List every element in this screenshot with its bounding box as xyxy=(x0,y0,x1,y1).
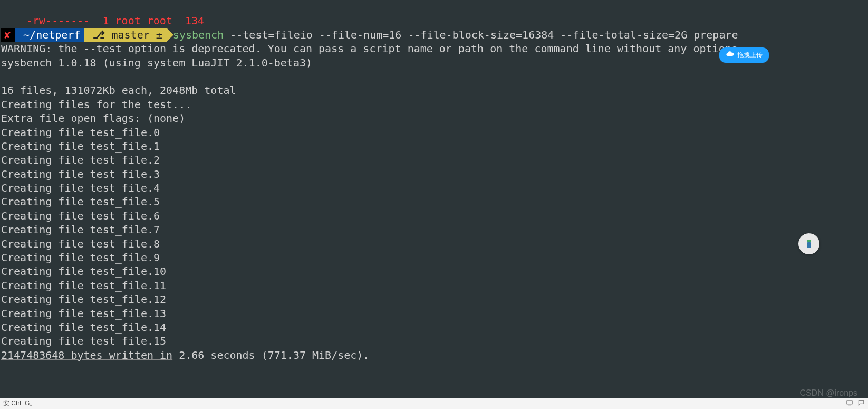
status-bar: 安 Ctrl+G。 xyxy=(0,398,868,409)
notification-icon[interactable] xyxy=(857,399,865,409)
file-line: Creating file test_file.9 xyxy=(1,251,160,264)
file-line: Creating file test_file.15 xyxy=(1,335,166,347)
file-line: Creating file test_file.5 xyxy=(1,195,160,208)
file-line: Creating file test_file.0 xyxy=(1,126,160,139)
file-line: Creating file test_file.3 xyxy=(1,168,160,180)
svg-rect-1 xyxy=(807,242,811,248)
summary-line: 16 files, 131072Kb each, 2048Mb total xyxy=(1,84,236,97)
svg-rect-2 xyxy=(847,400,853,404)
result-bytes: 2147483648 bytes written in xyxy=(1,349,172,362)
upload-label: 拖拽上传 xyxy=(737,51,763,60)
file-line: Creating file test_file.11 xyxy=(1,279,166,292)
command-binary: sysbench xyxy=(173,28,224,41)
file-line: Creating file test_file.6 xyxy=(1,210,160,222)
close-icon: ✘ xyxy=(1,28,15,42)
command-args: --test=fileio --file-num=16 --file-block… xyxy=(224,28,738,41)
version-line: sysbench 1.0.18 (using system LuaJIT 2.1… xyxy=(1,56,312,69)
file-line: Creating file test_file.1 xyxy=(1,140,160,153)
branch-icon: ⎇ xyxy=(93,28,105,41)
result-rest: 2.66 seconds (771.37 MiB/sec). xyxy=(172,349,369,362)
file-line: Creating file test_file.8 xyxy=(1,237,160,250)
file-line: Creating file test_file.12 xyxy=(1,293,166,306)
file-line: Creating file test_file.4 xyxy=(1,182,160,194)
svg-rect-0 xyxy=(807,240,811,243)
cwd-chip: ~/netperf xyxy=(15,28,84,42)
cloud-icon xyxy=(726,50,734,61)
file-line: Creating file test_file.13 xyxy=(1,307,166,320)
flags-line: Extra file open flags: (none) xyxy=(1,112,185,125)
branch-chip: ⎇ master ± xyxy=(84,28,166,42)
file-line: Creating file test_file.10 xyxy=(1,265,166,278)
warning-line: WARNING: the --test option is deprecated… xyxy=(1,42,744,55)
file-line: Creating file test_file.2 xyxy=(1,154,160,166)
watermark-text: CSDN @ironps xyxy=(799,387,857,398)
statusbar-right xyxy=(846,399,865,409)
prompt-line: ✘~/netperf⎇ master ± sysbench --test=fil… xyxy=(1,28,738,41)
partial-ls-line: -rw------- 1 root root 134 xyxy=(26,14,204,27)
usb-device-icon[interactable] xyxy=(798,233,819,254)
creating-line: Creating files for the test... xyxy=(1,98,191,111)
upload-button[interactable]: 拖拽上传 xyxy=(719,47,769,63)
file-line: Creating file test_file.7 xyxy=(1,223,160,236)
file-line: Creating file test_file.14 xyxy=(1,321,166,334)
screen-icon[interactable] xyxy=(846,399,853,409)
statusbar-hint: 安 Ctrl+G。 xyxy=(3,400,36,408)
